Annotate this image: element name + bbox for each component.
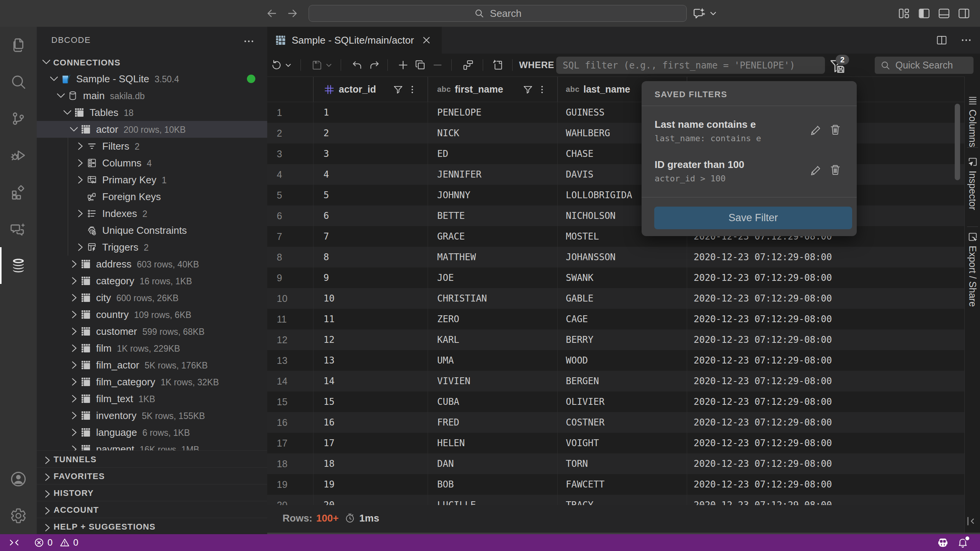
quick-search-input[interactable]: Quick Search [875, 57, 973, 74]
cell-last_name[interactable]: VOIGHT [566, 433, 599, 453]
cell-last_name[interactable]: CHASE [566, 143, 593, 164]
cell-last_name[interactable]: FAWCETT [566, 474, 604, 495]
cell-first_name[interactable]: FRED [437, 412, 459, 433]
right-tab-export-share[interactable]: Export / Share [965, 231, 980, 307]
collapse-panel-icon[interactable] [965, 515, 977, 527]
right-tab-columns[interactable]: Columns [965, 95, 980, 147]
save-button[interactable] [311, 54, 323, 77]
refresh-options-chevron-icon[interactable] [284, 54, 292, 77]
twisty-chevron-right-icon[interactable] [68, 376, 80, 388]
split-editor-icon[interactable] [936, 34, 948, 46]
tree-item-indexes[interactable]: Indexes2 [37, 205, 267, 222]
duplicate-row-button[interactable] [414, 54, 426, 77]
save-filter-button[interactable]: Save Filter [654, 207, 852, 229]
cell-actor_id[interactable]: 14 [323, 371, 335, 391]
twisty-chevron-right-icon[interactable] [74, 140, 86, 152]
cell-last_name[interactable]: NICHOLSON [566, 205, 616, 226]
cell-first_name[interactable]: HELEN [437, 433, 465, 453]
cell-last_update[interactable]: 2020-12-23 07:12:29-08:00 [694, 495, 832, 505]
twisty-chevron-right-icon[interactable] [68, 309, 80, 320]
cell-last_name[interactable]: BERGEN [566, 371, 599, 391]
cell-first_name[interactable]: LUCILLE [437, 495, 476, 505]
cell-last_name[interactable]: DAVIS [566, 164, 593, 185]
twisty-chevron-right-icon[interactable] [74, 208, 86, 219]
copilot-status-icon[interactable] [936, 534, 949, 551]
twisty-chevron-right-icon[interactable] [68, 427, 80, 438]
cell-first_name[interactable]: GRACE [437, 226, 465, 247]
column-filter-funnel-icon[interactable] [522, 77, 534, 102]
tree-item-country[interactable]: country109 rows, 6KB [37, 306, 267, 323]
tree-item-film[interactable]: film1K rows, 229KB [37, 340, 267, 357]
delete-row-button[interactable] [431, 54, 444, 77]
tree-item-columns[interactable]: Columns4 [37, 155, 267, 171]
sql-filter-input[interactable]: SQL filter (e.g., first_name = 'PENELOPE… [556, 57, 825, 74]
cell-first_name[interactable]: JOHNNY [437, 185, 470, 205]
cell-last_name[interactable]: LOLLOBRIGIDA [566, 185, 632, 205]
forward-button[interactable] [284, 5, 301, 22]
redo-button[interactable] [368, 54, 381, 77]
cell-first_name[interactable]: PENELOPE [437, 102, 482, 123]
cell-first_name[interactable]: MATTHEW [437, 247, 476, 267]
cell-last_update[interactable]: 2020-12-23 07:12:29-08:00 [694, 350, 832, 371]
cell-first_name[interactable]: ED [437, 143, 448, 164]
activity-database-icon[interactable] [0, 247, 37, 284]
cell-actor_id[interactable]: 8 [323, 247, 329, 267]
activity-explorer-icon[interactable] [0, 27, 37, 64]
twisty-chevron-right-icon[interactable] [68, 326, 80, 337]
add-row-button[interactable] [397, 54, 409, 77]
cell-actor_id[interactable]: 18 [323, 453, 335, 474]
command-center-search[interactable]: Search [309, 5, 687, 22]
cell-actor_id[interactable]: 15 [323, 391, 335, 412]
cell-last_update[interactable]: 2020-12-23 07:12:29-08:00 [694, 453, 832, 474]
tree-item-filters[interactable]: Filters2 [37, 138, 267, 155]
cell-last_name[interactable]: COSTNER [566, 412, 604, 433]
column-header-first_name[interactable]: abcfirst_name [437, 77, 503, 102]
cell-last_update[interactable]: 2020-12-23 07:12:29-08:00 [694, 267, 832, 288]
tree-item-language[interactable]: language6 rows, 1KB [37, 424, 267, 441]
tree-item-city[interactable]: city600 rows, 26KB [37, 289, 267, 306]
section-help-suggestions[interactable]: HELP + SUGGESTIONS [37, 518, 267, 534]
cell-last_name[interactable]: MOSTEL [566, 226, 599, 247]
toggle-primary-sidebar-icon[interactable] [917, 7, 931, 20]
cell-actor_id[interactable]: 17 [323, 433, 335, 453]
cell-last_name[interactable]: TRACY [566, 495, 593, 505]
cell-actor_id[interactable]: 4 [323, 164, 329, 185]
cell-actor_id[interactable]: 1 [323, 102, 329, 123]
twisty-chevron-right-icon[interactable] [68, 443, 80, 450]
cell-actor_id[interactable]: 2 [323, 123, 329, 143]
cell-last_name[interactable]: GABLE [566, 288, 593, 309]
cell-last_name[interactable]: WOOD [566, 350, 588, 371]
cell-last_update[interactable]: 2020-12-23 07:12:29-08:00 [694, 288, 832, 309]
edit-filter-pencil-icon[interactable] [810, 123, 823, 136]
tree-item-connections[interactable]: CONNECTIONS [37, 54, 267, 70]
cell-actor_id[interactable]: 20 [323, 495, 335, 505]
tree-item-sample-sqlite[interactable]: Sample - SQLite3.50.4 [37, 70, 267, 87]
problems-indicator[interactable]: 0 0 [34, 534, 78, 551]
undo-button[interactable] [351, 54, 363, 77]
sidebar-more-actions-icon[interactable] [243, 35, 255, 47]
customize-layout-icon[interactable] [897, 7, 911, 20]
cell-last_update[interactable]: 2020-12-23 07:12:29-08:00 [694, 433, 832, 453]
tree-item-inventory[interactable]: inventory5K rows, 155KB [37, 407, 267, 424]
toggle-secondary-sidebar-icon[interactable] [957, 7, 971, 20]
activity-extensions-icon[interactable] [0, 174, 37, 210]
vertical-scrollbar-thumb[interactable] [955, 104, 960, 180]
cell-actor_id[interactable]: 11 [323, 309, 335, 329]
activity-chat-icon[interactable] [0, 210, 37, 247]
cell-first_name[interactable]: ZERO [437, 309, 459, 329]
tree-item-category[interactable]: category16 rows, 1KB [37, 272, 267, 289]
remote-indicator[interactable] [8, 534, 20, 551]
cell-actor_id[interactable]: 10 [323, 288, 335, 309]
cell-actor_id[interactable]: 13 [323, 350, 335, 371]
activity-settings-gear-icon[interactable] [0, 497, 37, 534]
activity-search-icon[interactable] [0, 64, 37, 100]
cell-actor_id[interactable]: 9 [323, 267, 329, 288]
twisty-chevron-right-icon[interactable] [68, 393, 80, 404]
section-tunnels[interactable]: TUNNELS [37, 450, 267, 467]
cell-last_name[interactable]: OLIVIER [566, 391, 604, 412]
cell-first_name[interactable]: DAN [437, 453, 454, 474]
cell-first_name[interactable]: VIVIEN [437, 371, 470, 391]
cell-first_name[interactable]: BOB [437, 474, 454, 495]
twisty-chevron-right-icon[interactable] [74, 241, 86, 253]
twisty-chevron-right-icon[interactable] [68, 410, 80, 421]
